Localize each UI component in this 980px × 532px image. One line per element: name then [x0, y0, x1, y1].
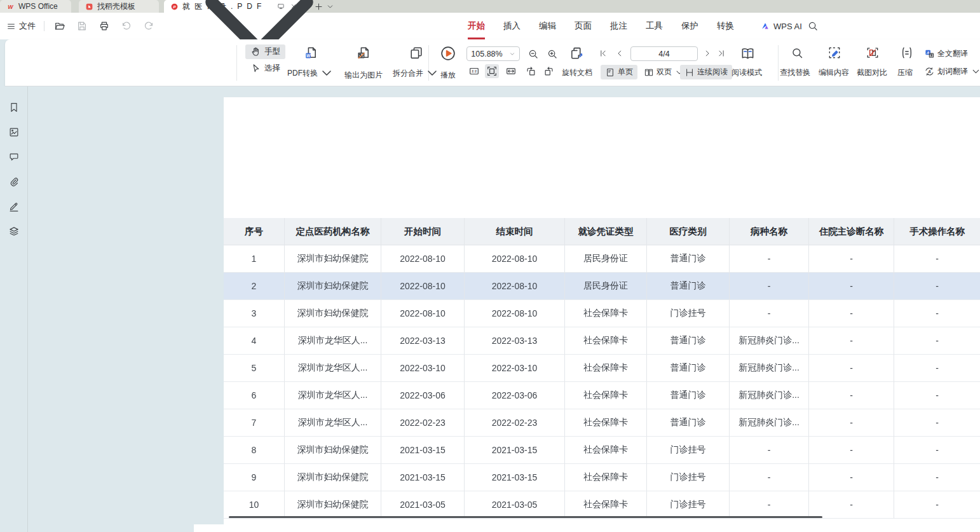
full-translate-icon: A — [924, 48, 935, 59]
rotate-left-button[interactable] — [524, 64, 538, 78]
table-cell: 新冠肺炎门诊... — [730, 355, 809, 382]
zoom-out-button[interactable] — [526, 47, 540, 61]
rotate-doc-button[interactable] — [568, 45, 585, 62]
table-cell: 2 — [224, 273, 285, 300]
zoom-level-select[interactable]: 105.88% — [466, 46, 520, 61]
play-button[interactable]: 播放 — [436, 44, 460, 82]
fit-width-icon — [505, 65, 517, 77]
table-cell: 5 — [224, 355, 285, 382]
signature-icon[interactable] — [8, 201, 20, 212]
pdf-canvas[interactable]: 序号定点医药机构名称开始时间结束时间就诊凭证类型医疗类别病种名称住院主诊断名称手… — [28, 86, 980, 532]
menu-tab-item[interactable]: 保护 — [681, 13, 698, 39]
table-cell: 10 — [224, 491, 285, 519]
attachment-icon[interactable] — [8, 176, 20, 188]
full-translate-button[interactable]: A 全文翻译 — [924, 48, 968, 59]
edit-content-button[interactable] — [827, 45, 842, 60]
table-cell: 普通门诊 — [647, 382, 730, 409]
undo-icon — [121, 20, 132, 32]
table-cell: 门诊挂号 — [647, 491, 730, 519]
horizontal-scrollbar[interactable] — [194, 524, 980, 532]
find-replace-label[interactable]: 查找替换 — [780, 67, 810, 78]
prev-page-icon — [615, 49, 624, 58]
page-number-input[interactable]: 4/4 — [630, 46, 698, 61]
menu-tab-active[interactable]: 开始 — [468, 13, 485, 39]
table-cell: 居民身份证 — [565, 273, 647, 300]
chevron-down-icon — [319, 65, 334, 81]
thumbnail-icon[interactable] — [8, 126, 20, 138]
bookmark-icon[interactable] — [8, 102, 20, 113]
search-icon — [791, 46, 804, 60]
table-cell: 2022-02-23 — [465, 409, 565, 437]
find-replace-button[interactable] — [789, 45, 805, 60]
menu-tab-item[interactable]: 插入 — [503, 13, 521, 39]
export-image-button[interactable]: 输出为图片 — [341, 44, 386, 82]
edit-content-label[interactable]: 编辑内容 — [819, 67, 849, 78]
undo-button[interactable] — [119, 19, 133, 33]
table-header-cell: 住院主诊断名称 — [809, 218, 894, 245]
table-cell: - — [894, 382, 980, 409]
table-cell: - — [809, 355, 894, 382]
menu-search-button[interactable] — [807, 20, 819, 32]
table-row: 4深圳市龙华区人...2022-03-132022-03-13社会保障卡普通门诊… — [224, 327, 980, 355]
tab-docer-templates[interactable]: 找稻壳模板 — [79, 0, 159, 13]
table-cell: 2022-08-10 — [381, 245, 465, 273]
tab-wps-office[interactable]: W WPS Office — [0, 0, 71, 13]
prev-page-button[interactable] — [614, 48, 625, 59]
actual-size-button[interactable]: 1:1 — [467, 64, 481, 78]
hand-icon — [250, 46, 261, 57]
table-cell: 普通门诊 — [647, 245, 730, 273]
compress-label[interactable]: 压缩 — [897, 67, 913, 78]
word-translate-label: 划词翻译 — [937, 66, 968, 77]
open-file-button[interactable] — [53, 19, 67, 33]
svg-text:A: A — [927, 69, 931, 74]
rotate-right-button[interactable] — [542, 64, 556, 78]
save-button[interactable] — [75, 19, 89, 33]
fit-page-button[interactable] — [485, 64, 499, 78]
single-page-button[interactable]: 单页 — [601, 65, 637, 79]
divider — [236, 45, 237, 81]
docer-logo — [85, 3, 93, 11]
file-menu-button[interactable]: 文件 — [6, 20, 36, 32]
zoom-in-button[interactable] — [545, 47, 559, 61]
hamburger-icon — [6, 22, 16, 31]
hand-tool-button[interactable]: 手型 — [245, 44, 285, 59]
table-cell: 2022-08-10 — [381, 273, 465, 300]
table-cell: 社会保障卡 — [565, 300, 647, 327]
menu-tab-item[interactable]: 工具 — [646, 13, 663, 39]
redo-button[interactable] — [142, 19, 156, 33]
rotate-doc-label[interactable]: 旋转文档 — [562, 67, 592, 78]
quick-access-bar: 文件 — [6, 13, 355, 39]
wps-ai-button[interactable]: WPS AI — [760, 13, 802, 39]
table-cell: 2021-03-15 — [465, 437, 565, 464]
table-cell: - — [730, 464, 809, 491]
menu-tab-item[interactable]: 批注 — [610, 13, 627, 39]
table-cell: 深圳市龙华区人... — [285, 355, 381, 382]
table-cell: 2021-03-05 — [465, 491, 565, 519]
continuous-read-button[interactable]: 连续阅读 — [680, 65, 732, 79]
comment-icon[interactable] — [8, 151, 20, 163]
table-cell: - — [730, 245, 809, 273]
menu-tab-item[interactable]: 转换 — [717, 13, 734, 39]
table-cell: - — [894, 491, 980, 519]
first-page-button[interactable] — [597, 48, 609, 59]
read-mode-button[interactable] — [738, 44, 756, 62]
last-page-button[interactable] — [716, 48, 727, 59]
redo-icon — [143, 20, 154, 32]
read-mode-label[interactable]: 阅读模式 — [732, 67, 762, 78]
table-cell: 2022-03-10 — [465, 355, 565, 382]
word-translate-button[interactable]: A 划词翻译 — [924, 66, 980, 77]
pdf-convert-button[interactable]: W PDF转换 — [283, 44, 338, 82]
screenshot-compare-button[interactable] — [865, 45, 880, 60]
table-cell: - — [809, 327, 894, 355]
table-cell: 2022-02-23 — [381, 409, 465, 437]
menu-tab-item[interactable]: 编辑 — [539, 13, 556, 39]
fit-width-button[interactable] — [504, 64, 518, 78]
print-button[interactable] — [97, 19, 111, 33]
table-cell: 8 — [224, 437, 285, 464]
select-tool-button[interactable]: 选择 — [245, 61, 285, 76]
screenshot-compare-label[interactable]: 截图对比 — [857, 67, 887, 78]
compress-button[interactable] — [899, 45, 915, 60]
layers-icon[interactable] — [8, 226, 20, 237]
next-page-button[interactable] — [702, 48, 713, 59]
menu-tab-item[interactable]: 页面 — [575, 13, 592, 39]
